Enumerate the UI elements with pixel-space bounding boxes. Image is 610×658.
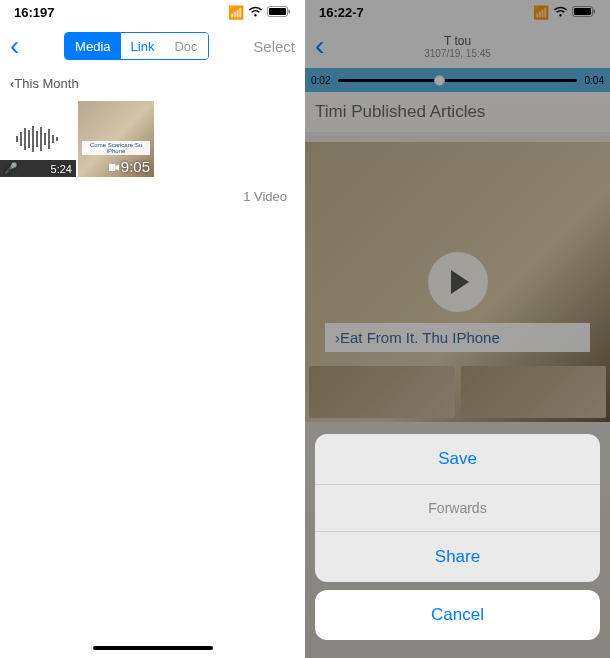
- audio-duration: 5:24: [51, 163, 72, 175]
- status-time: 16:197: [14, 5, 54, 20]
- tab-docs[interactable]: Doc: [164, 33, 207, 59]
- mic-icon: 🎤: [4, 162, 18, 175]
- phone-left-media-gallery: 16:197 📶 ‹ Media Link Doc Select ‹This M…: [0, 0, 305, 658]
- wifi-icon: [248, 5, 263, 20]
- action-sheet: Save Forwards Share Cancel: [315, 434, 600, 640]
- action-forward[interactable]: Forwards: [315, 485, 600, 532]
- media-count-label: 1 Video: [0, 179, 305, 214]
- select-button[interactable]: Select: [253, 38, 295, 55]
- svg-rect-2: [289, 9, 291, 13]
- action-share[interactable]: Share: [315, 532, 600, 582]
- action-group: Save Forwards Share: [315, 434, 600, 582]
- video-duration: 9:05: [121, 158, 150, 175]
- media-item-video[interactable]: Come Scaricare Su iPhone 9:05: [78, 101, 154, 177]
- segmented-control: Media Link Doc: [64, 32, 208, 60]
- back-button[interactable]: ‹: [10, 30, 19, 62]
- phone-right-video-viewer: 16:22-7 📶 ‹ T tou 3107/19, 15:45 0:02 0:…: [305, 0, 610, 658]
- tab-media[interactable]: Media: [65, 33, 120, 59]
- svg-rect-1: [269, 8, 286, 15]
- action-save[interactable]: Save: [315, 434, 600, 485]
- nav-bar: ‹ Media Link Doc Select: [0, 24, 305, 68]
- home-indicator[interactable]: [93, 646, 213, 650]
- media-grid: 🎤 5:24 Come Scaricare Su iPhone 9:05: [0, 99, 305, 179]
- waveform-icon: [13, 124, 63, 154]
- status-indicators: 📶: [228, 5, 291, 20]
- section-header: ‹This Month: [0, 68, 305, 99]
- thumb-caption: Come Scaricare Su iPhone: [82, 141, 150, 155]
- tab-link[interactable]: Link: [121, 33, 165, 59]
- battery-icon: [267, 5, 291, 20]
- media-item-audio[interactable]: 🎤 5:24: [0, 101, 76, 177]
- svg-rect-14: [109, 164, 116, 171]
- status-bar: 16:197 📶: [0, 0, 305, 24]
- signal-icon: 📶: [228, 5, 244, 20]
- action-cancel[interactable]: Cancel: [315, 590, 600, 640]
- video-camera-icon: [109, 161, 119, 173]
